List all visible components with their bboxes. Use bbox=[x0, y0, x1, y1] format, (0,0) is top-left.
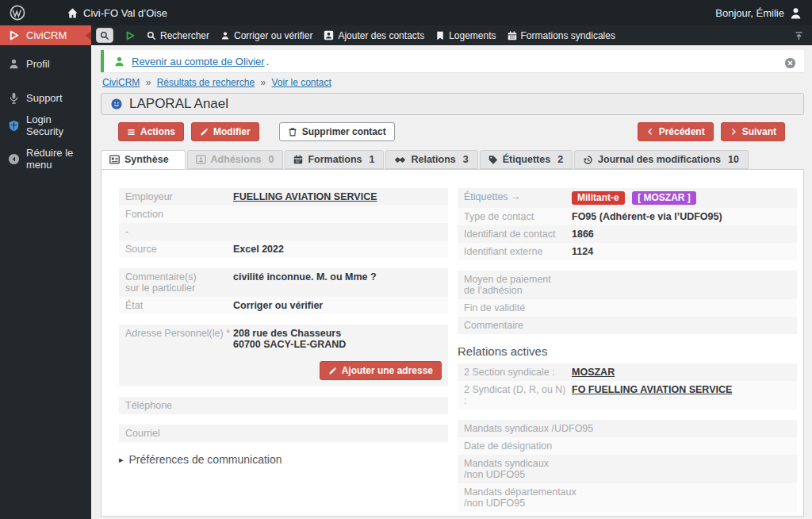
menubar-item-label: Formations syndicales bbox=[521, 30, 615, 41]
pencil-icon bbox=[328, 367, 337, 375]
previous-button[interactable]: Précédent bbox=[638, 122, 714, 141]
field-row-mandats-udfo95: Mandats syndicaux /UDFO95 bbox=[458, 420, 797, 437]
field-label: Type de contact bbox=[464, 211, 572, 222]
tab-adhesions: Adhésions0 bbox=[187, 150, 284, 169]
field-row-moyen-paiement: Moyen de paiement de l’adhésion bbox=[458, 271, 797, 299]
field-row-courriel: Courriel bbox=[119, 425, 448, 442]
field-row-dash: - bbox=[119, 223, 448, 240]
switch-back-link[interactable]: Revenir au compte de Olivier bbox=[132, 56, 265, 67]
relation-link[interactable]: FO FUELLING AVIATION SERVICE bbox=[572, 384, 732, 395]
tag-badge-militant: Militant-e bbox=[572, 191, 625, 205]
employer-link[interactable]: FUELLING AVIATION SERVICE bbox=[233, 191, 377, 202]
button-label: Supprimer contact bbox=[302, 126, 386, 137]
relation-label: 2 Syndicat (D, R, ou N) : bbox=[464, 384, 572, 406]
breadcrumb-link-civicrm[interactable]: CiviCRM bbox=[102, 77, 140, 88]
menubar-collapse-button[interactable] bbox=[794, 29, 804, 40]
sidebar-item-support[interactable]: Support bbox=[0, 87, 91, 109]
search-icon bbox=[100, 31, 109, 40]
sidebar-item-civicrm[interactable]: CiviCRM bbox=[0, 25, 91, 45]
sidebar-item-collapse-menu[interactable]: Réduire le menu bbox=[0, 142, 91, 175]
shield-icon bbox=[8, 120, 20, 132]
collapse-circle-icon bbox=[8, 153, 20, 165]
field-label: Mandats syndicaux /non UDFO95 bbox=[464, 458, 572, 480]
field-row-etiquettes: Étiquettes → Militant-e [ MOSZAR ] bbox=[458, 188, 797, 208]
site-home-link[interactable]: Civi-FO Val d’Oise bbox=[67, 7, 167, 19]
summary-card: Employeur FUELLING AVIATION SERVICE Fonc… bbox=[101, 169, 804, 517]
close-icon bbox=[784, 57, 796, 69]
button-label: Modifier bbox=[213, 126, 251, 137]
notice-suffix: . bbox=[266, 56, 270, 67]
tab-label: Adhésions bbox=[211, 154, 262, 165]
field-value: 1124 bbox=[572, 246, 593, 257]
add-address-button[interactable]: Ajouter une adresse bbox=[320, 361, 442, 380]
field-label: État bbox=[125, 300, 233, 311]
search-icon bbox=[147, 31, 156, 40]
demographics-group: Employeur FUELLING AVIATION SERVICE Fonc… bbox=[119, 188, 448, 258]
tab-journal[interactable]: Journal des modifications10 bbox=[574, 150, 749, 169]
comments-group: Commentaire(s) sur le particulier civili… bbox=[119, 268, 448, 314]
field-label: Adresse Personnel(le) * bbox=[125, 328, 233, 339]
menubar-item-logements[interactable]: Logements bbox=[435, 30, 496, 41]
menubar-item-label: Logements bbox=[449, 30, 496, 41]
actions-button[interactable]: Actions bbox=[118, 122, 184, 141]
menubar-item-formations[interactable]: Formations syndicales bbox=[508, 30, 615, 41]
field-row-source: Source Excel 2022 bbox=[119, 240, 448, 258]
next-button[interactable]: Suivant bbox=[721, 122, 785, 141]
breadcrumb-link-resultats[interactable]: Résultats de recherche bbox=[157, 77, 255, 88]
field-row-commentaires: Commentaire(s) sur le particulier civili… bbox=[119, 268, 448, 297]
email-group: Courriel bbox=[119, 425, 448, 442]
civicrm-home-triangle-icon[interactable] bbox=[124, 30, 136, 41]
menubar-item-corriger[interactable]: Corriger ou vérifier bbox=[220, 30, 312, 41]
tab-synthese[interactable]: Synthèse bbox=[101, 150, 186, 169]
sidebar-item-label: CiviCRM bbox=[26, 29, 67, 41]
arrow-right-icon: → bbox=[511, 191, 521, 202]
edit-button[interactable]: Modifier bbox=[191, 122, 259, 141]
field-row-date-designation: Date de désignation bbox=[458, 437, 797, 455]
membership-group: Moyen de paiement de l’adhésion Fin de v… bbox=[458, 271, 797, 334]
tab-count: 0 bbox=[269, 154, 274, 165]
sidebar-item-login-security[interactable]: Login Security bbox=[0, 109, 91, 142]
menubar-item-rechercher[interactable]: Rechercher bbox=[147, 30, 209, 41]
civicrm-triangle-icon bbox=[8, 29, 20, 41]
history-icon bbox=[583, 155, 593, 165]
field-label: Employeur bbox=[125, 191, 233, 202]
tab-label: Journal des modifications bbox=[598, 154, 721, 165]
field-row-telephone: Téléphone bbox=[119, 397, 448, 414]
field-label: Identifiant externe bbox=[464, 246, 572, 257]
communication-preferences-toggle[interactable]: ▸ Préférences de communication bbox=[119, 453, 448, 466]
tab-count: 3 bbox=[463, 154, 469, 165]
hamburger-icon bbox=[127, 128, 136, 136]
account-menu[interactable]: Bonjour, Émilie bbox=[715, 6, 802, 20]
wordpress-logo-icon[interactable] bbox=[10, 5, 25, 21]
field-label: Date de désignation bbox=[464, 440, 572, 452]
tag-icon bbox=[488, 155, 498, 164]
breadcrumb-separator: » bbox=[260, 77, 266, 88]
bookmark-icon bbox=[435, 31, 445, 40]
field-row-type-contact: Type de contact FO95 (Adhérent-e via l’U… bbox=[458, 208, 797, 225]
menubar-item-label: Rechercher bbox=[160, 30, 209, 41]
notice-close-button[interactable] bbox=[784, 56, 796, 70]
sidebar-item-label: Login Security bbox=[26, 113, 83, 137]
quick-search-button[interactable] bbox=[96, 28, 113, 43]
sidebar-item-profil[interactable]: Profil bbox=[0, 53, 91, 75]
person-icon bbox=[8, 58, 20, 70]
tag-badge-moszar: [ MOSZAR ] bbox=[632, 191, 696, 205]
calendar-icon bbox=[508, 31, 517, 40]
sidebar-item-label: Réduire le menu bbox=[26, 147, 83, 171]
button-label: Suivant bbox=[742, 126, 776, 137]
delete-contact-button[interactable]: Supprimer contact bbox=[279, 122, 395, 141]
tab-label: Formations bbox=[308, 154, 362, 165]
membership-card-icon bbox=[196, 155, 206, 164]
field-label: Mandats départementaux /non UDFO95 bbox=[464, 486, 580, 509]
greeting-text: Bonjour, Émilie bbox=[715, 7, 784, 19]
field-row-commentaire: Commentaire bbox=[458, 317, 797, 334]
breadcrumb-link-voir-contact[interactable]: Voir le contact bbox=[271, 77, 331, 88]
menubar-item-ajouter-contacts[interactable]: Ajouter des contacts bbox=[324, 30, 424, 41]
field-row-fin-validite: Fin de validité bbox=[458, 299, 797, 317]
relation-link[interactable]: MOSZAR bbox=[572, 367, 615, 378]
tab-etiquettes[interactable]: Étiquettes2 bbox=[480, 150, 573, 169]
tags-link[interactable]: Étiquettes → bbox=[464, 191, 572, 202]
tab-formations[interactable]: Formations1 bbox=[285, 150, 384, 169]
tab-relations[interactable]: Relations3 bbox=[385, 150, 477, 169]
field-value: Corriger ou vérifier bbox=[233, 300, 323, 311]
